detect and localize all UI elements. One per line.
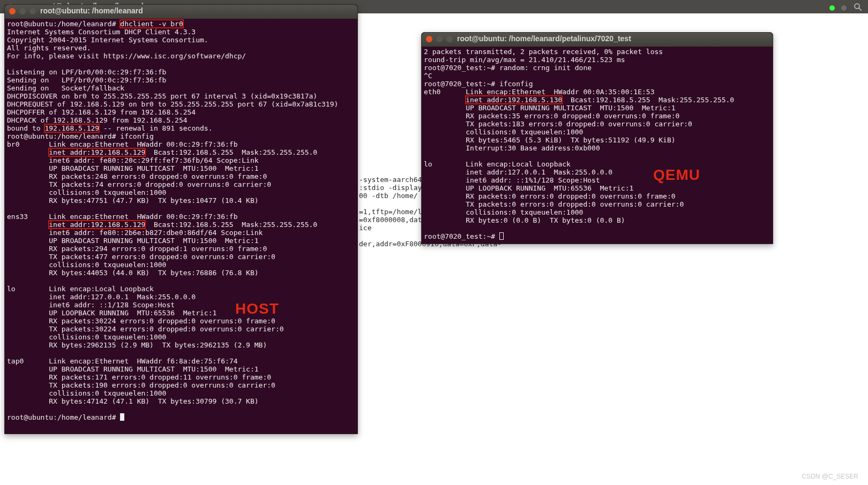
window-controls[interactable]: [9, 8, 36, 14]
prompt: root@ubuntu:/home/leanard#: [7, 20, 116, 28]
prompt: root@7020_test:~#: [424, 232, 495, 240]
prompt: root@ubuntu:/home/leanard#: [7, 413, 116, 421]
terminal-qemu[interactable]: root@ubuntu: /home/leanard/petalinux/702…: [421, 32, 773, 244]
output-block: Internet Systems Consortium DHCP Client …: [7, 28, 338, 124]
highlight-ip: inet addr:192.168.5.130: [466, 96, 562, 104]
eth0-inet-rest: Bcast:192.168.5.255 Mask:255.255.255.0: [562, 96, 734, 104]
ens-line: ens33 Link encap:Ethernet HWaddr 00:0c:2…: [7, 213, 237, 221]
close-icon[interactable]: [9, 8, 16, 14]
terminal-host-output[interactable]: root@ubuntu:/home/leanard# dhclient -v b…: [5, 19, 357, 425]
indent: [424, 96, 466, 104]
window-controls[interactable]: [426, 36, 453, 42]
terminal-host-title: root@ubuntu: /home/leanard: [40, 7, 143, 15]
command: ifconfig: [120, 132, 154, 140]
network-status-icon[interactable]: [829, 5, 835, 11]
annotation-host: HOST: [235, 305, 279, 313]
highlight-ip: 192.168.5.129: [44, 124, 99, 132]
terminal-host-titlebar[interactable]: root@ubuntu: /home/leanard: [5, 5, 357, 19]
bound-suffix: -- renewal in 891 seconds.: [99, 124, 212, 132]
bound-prefix: bound to: [7, 124, 44, 132]
minimize-icon[interactable]: [436, 36, 443, 42]
br0-inet-rest: Bcast:192.168.5.255 Mask:255.255.255.0: [145, 148, 317, 156]
annotation-qemu: QEMU: [653, 171, 700, 179]
close-icon[interactable]: [426, 36, 432, 42]
cursor-icon: [499, 232, 504, 240]
maximize-icon[interactable]: [446, 36, 453, 42]
output-block: lo Link encap:Local Loopback inet addr:1…: [424, 160, 684, 224]
indent: [7, 221, 49, 229]
output-block: 2 packets transmitted, 2 packets receive…: [424, 48, 663, 96]
indent: [7, 148, 49, 156]
system-tray: [829, 2, 863, 13]
minimize-icon[interactable]: [19, 8, 26, 14]
highlight-ip: inet addr:192.168.5.129: [49, 148, 145, 156]
terminal-qemu-title: root@ubuntu: /home/leanard/petalinux/702…: [457, 35, 631, 43]
cursor-icon: [120, 413, 124, 421]
output-block: inet6 addr: fe80::20c:29ff:fef7:36fb/64 …: [7, 156, 271, 204]
output-block: inet6 addr: fe80::2b6e:b827:dbe0:86df/64…: [7, 229, 275, 277]
output-block: UP BROADCAST RUNNING MULTICAST MTU:1500 …: [424, 104, 692, 152]
watermark: CSDN @C_SESER: [802, 473, 858, 481]
terminal-qemu-output[interactable]: 2 packets transmitted, 2 packets receive…: [422, 47, 773, 244]
maximize-icon[interactable]: [29, 8, 36, 14]
highlight-command: dhclient -v br0: [120, 20, 183, 28]
terminal-qemu-titlebar[interactable]: root@ubuntu: /home/leanard/petalinux/702…: [422, 33, 773, 47]
br0-line: br0 Link encap:Ethernet HWaddr 00:0c:29:…: [7, 140, 237, 148]
svg-line-1: [859, 8, 862, 11]
output-block: lo Link encap:Local Loopback inet addr:1…: [7, 285, 284, 349]
highlight-ip: inet addr:192.168.5.129: [49, 221, 145, 229]
terminal-host[interactable]: root@ubuntu: /home/leanard root@ubuntu:/…: [4, 4, 358, 434]
prompt: root@ubuntu:/home/leanard#: [7, 132, 116, 140]
ens-inet-rest: Bcast:192.168.5.255 Mask:255.255.255.0: [145, 221, 317, 229]
search-icon[interactable]: [853, 2, 863, 13]
svg-point-0: [855, 4, 859, 9]
output-block: tap0 Link encap:Ethernet HWaddr f6:8a:de…: [7, 357, 275, 405]
tray-placeholder-icon[interactable]: [841, 5, 847, 11]
